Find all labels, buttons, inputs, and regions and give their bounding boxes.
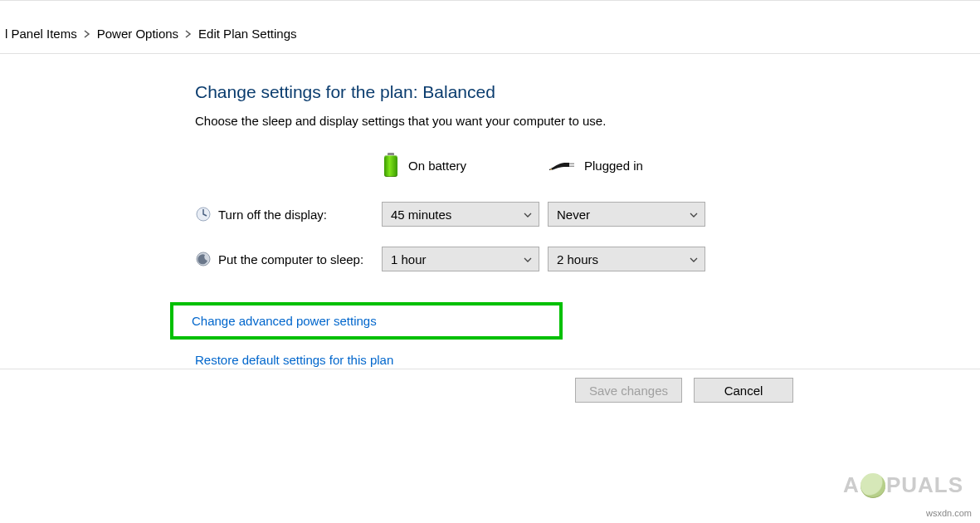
brand-face-icon xyxy=(861,473,885,498)
chevron-right-icon[interactable] xyxy=(183,30,193,38)
sleep-icon xyxy=(195,251,212,267)
breadcrumb-item-panel-items[interactable]: l Panel Items xyxy=(5,27,77,41)
watermark-site: wsxdn.com xyxy=(926,508,972,518)
chevron-down-icon xyxy=(524,255,532,264)
chevron-down-icon xyxy=(524,210,532,219)
save-changes-button: Save changes xyxy=(575,378,682,403)
select-value: 45 minutes xyxy=(391,208,451,222)
plug-icon xyxy=(548,159,576,172)
chevron-down-icon xyxy=(690,255,698,264)
chevron-down-icon xyxy=(690,210,698,219)
select-value: 2 hours xyxy=(557,252,598,266)
breadcrumb-item-edit-plan-settings[interactable]: Edit Plan Settings xyxy=(198,27,296,41)
sleep-label: Put the computer to sleep: xyxy=(218,252,363,266)
brand-text-post: PUALS xyxy=(886,472,963,498)
page-subtitle: Choose the sleep and display settings th… xyxy=(195,114,913,128)
brand-text-pre: A xyxy=(843,472,860,498)
svg-point-2 xyxy=(550,169,552,170)
page-title: Change settings for the plan: Balanced xyxy=(195,82,913,102)
battery-icon xyxy=(382,153,400,178)
on-battery-header: On battery xyxy=(408,159,466,173)
change-advanced-power-settings-link[interactable]: Change advanced power settings xyxy=(192,314,377,328)
watermark-logo: A PUALS xyxy=(843,472,963,498)
plugged-in-header: Plugged in xyxy=(584,159,643,173)
breadcrumb-item-power-options[interactable]: Power Options xyxy=(97,27,178,41)
breadcrumb: l Panel Items Power Options Edit Plan Se… xyxy=(0,14,980,54)
svg-rect-1 xyxy=(569,166,574,168)
svg-rect-0 xyxy=(569,164,574,165)
cancel-button[interactable]: Cancel xyxy=(694,378,793,403)
turn-off-display-plugged-select[interactable]: Never xyxy=(548,202,705,227)
display-icon xyxy=(195,206,212,222)
sleep-battery-select[interactable]: 1 hour xyxy=(382,247,539,271)
select-value: 1 hour xyxy=(391,252,427,266)
select-value: Never xyxy=(557,208,590,222)
sleep-plugged-select[interactable]: 2 hours xyxy=(548,247,705,271)
turn-off-display-label: Turn off the display: xyxy=(218,208,327,222)
button-label: Save changes xyxy=(589,384,668,398)
button-label: Cancel xyxy=(724,384,763,398)
highlight-box: Change advanced power settings xyxy=(170,302,563,340)
turn-off-display-battery-select[interactable]: 45 minutes xyxy=(382,202,539,227)
chevron-right-icon[interactable] xyxy=(82,30,92,38)
restore-default-settings-link[interactable]: Restore default settings for this plan xyxy=(195,353,393,367)
